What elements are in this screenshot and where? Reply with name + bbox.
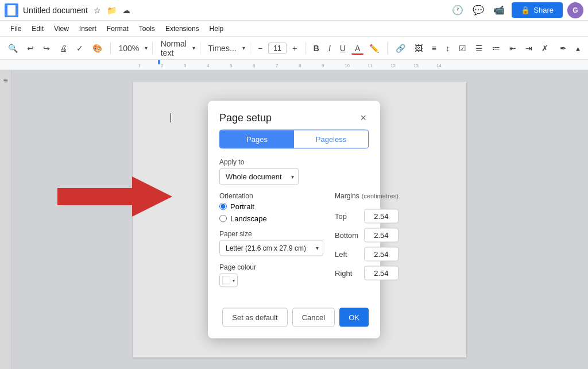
- font-arrow: ▾: [242, 45, 245, 51]
- margin-top-row: Top: [335, 209, 399, 224]
- menu-insert[interactable]: Insert: [75, 22, 101, 35]
- svg-text:11: 11: [368, 63, 373, 68]
- svg-text:5: 5: [230, 63, 233, 68]
- chat-icon[interactable]: 💬: [470, 2, 486, 18]
- menu-edit[interactable]: Edit: [27, 22, 48, 35]
- apply-to-label: Apply to: [219, 158, 369, 166]
- modal-two-columns: Orientation Portrait Landscape: [219, 192, 369, 294]
- history-icon[interactable]: 🕐: [450, 2, 466, 18]
- portrait-label: Portrait: [230, 202, 254, 211]
- landscape-radio-row[interactable]: Landscape: [219, 214, 323, 223]
- numbered-list-btn[interactable]: ≔: [489, 41, 504, 55]
- text-color-btn[interactable]: A: [351, 41, 363, 55]
- highlight-btn[interactable]: ✏️: [366, 41, 382, 55]
- svg-text:2: 2: [161, 63, 164, 68]
- menu-file[interactable]: File: [6, 22, 26, 35]
- modal-footer: Set as default Cancel OK: [208, 303, 380, 339]
- main-area: ≡ Page setup × Pages Pageless Apply to: [0, 70, 588, 369]
- search-toolbar-btn[interactable]: 🔍: [5, 41, 21, 55]
- svg-text:3: 3: [184, 63, 187, 68]
- margins-unit: (centimetres): [362, 193, 399, 199]
- svg-text:14: 14: [436, 63, 442, 68]
- landscape-label: Landscape: [230, 214, 267, 223]
- orientation-label: Orientation: [219, 192, 323, 200]
- menu-format[interactable]: Format: [102, 22, 133, 35]
- font-size-input[interactable]: 11: [268, 43, 287, 54]
- page-colour-label: Page colour: [219, 263, 323, 271]
- zoom-display[interactable]: 100%: [115, 41, 142, 55]
- underline-btn[interactable]: U: [336, 41, 349, 55]
- paper-size-select[interactable]: Letter (21.6 cm x 27.9 cm) A4 A3: [219, 240, 323, 256]
- tab-pages[interactable]: Pages: [220, 130, 294, 148]
- margin-left-input[interactable]: [364, 247, 399, 262]
- modal-left-col: Orientation Portrait Landscape: [219, 192, 323, 294]
- align-btn[interactable]: ≡: [428, 41, 440, 55]
- collapse-btn[interactable]: ▴: [572, 41, 583, 55]
- redo-btn[interactable]: ↪: [40, 41, 53, 55]
- paper-size-select-wrapper: Letter (21.6 cm x 27.9 cm) A4 A3 ▾: [219, 240, 323, 256]
- colour-swatch: [222, 276, 230, 285]
- font-size-decrease[interactable]: −: [254, 41, 266, 55]
- paint-format-btn[interactable]: 🎨: [89, 41, 106, 55]
- spellcheck-btn[interactable]: ✓: [73, 41, 87, 55]
- indent-decrease-btn[interactable]: ⇤: [506, 41, 520, 55]
- link-btn[interactable]: 🔗: [392, 41, 409, 55]
- page-colour-group: Page colour ▾: [219, 263, 323, 287]
- svg-text:10: 10: [345, 63, 350, 68]
- ok-button[interactable]: OK: [339, 308, 369, 327]
- pen-btn[interactable]: ✒: [556, 41, 570, 55]
- svg-text:9: 9: [322, 63, 324, 68]
- margins-header: Margins (centimetres): [335, 192, 399, 205]
- bold-btn[interactable]: B: [310, 41, 323, 55]
- indent-increase-btn[interactable]: ⇥: [522, 41, 536, 55]
- clear-format-btn[interactable]: ✗: [538, 41, 552, 55]
- margin-top-input[interactable]: [364, 209, 399, 224]
- modal-body: Apply to Whole document ▾ Orientation: [208, 158, 380, 303]
- menu-tools[interactable]: Tools: [134, 22, 160, 35]
- bullet-list-btn[interactable]: ☰: [472, 41, 486, 55]
- cloud-icon[interactable]: ☁: [121, 5, 131, 16]
- set-as-default-button[interactable]: Set as default: [222, 308, 288, 327]
- menu-view[interactable]: View: [49, 22, 74, 35]
- cancel-button[interactable]: Cancel: [292, 308, 335, 327]
- undo-btn[interactable]: ↩: [24, 41, 37, 55]
- share-button[interactable]: 🔒 Share: [512, 2, 563, 18]
- svg-rect-15: [158, 60, 160, 64]
- margin-bottom-input[interactable]: [364, 228, 399, 243]
- checklist-btn[interactable]: ☑: [455, 41, 470, 55]
- text-style-selector[interactable]: Normal text: [157, 37, 190, 60]
- font-selector[interactable]: Times...: [204, 41, 239, 55]
- apply-to-group: Apply to Whole document ▾: [219, 158, 369, 185]
- ruler-svg: 1 2 3 4 5 6 7 8 9 10 11 12 13 14: [0, 60, 588, 70]
- style-arrow: ▾: [192, 45, 195, 51]
- menu-help[interactable]: Help: [205, 22, 229, 35]
- portrait-radio[interactable]: [219, 203, 227, 210]
- margin-right-input[interactable]: [364, 266, 399, 280]
- zoom-arrow: ▾: [145, 45, 148, 51]
- modal-close-button[interactable]: ×: [358, 110, 369, 125]
- svg-text:6: 6: [253, 63, 256, 68]
- tab-pageless[interactable]: Pageless: [294, 130, 368, 148]
- margin-right-row: Right: [335, 266, 399, 280]
- modal-right-col: Margins (centimetres) Top Bottom Le: [335, 192, 399, 294]
- svg-text:12: 12: [390, 63, 396, 68]
- portrait-radio-row[interactable]: Portrait: [219, 202, 323, 211]
- image-btn[interactable]: 🖼: [411, 41, 426, 55]
- print-btn[interactable]: 🖨: [56, 41, 71, 55]
- avatar[interactable]: G: [567, 2, 583, 18]
- page-colour-button[interactable]: ▾: [219, 274, 238, 287]
- modal-tabs: Pages Pageless: [219, 130, 369, 149]
- top-bar: Untitled document ☆ 📁 ☁ 🕐 💬 📹 🔒 Share G: [0, 0, 588, 21]
- video-icon[interactable]: 📹: [491, 2, 507, 18]
- star-icon[interactable]: ☆: [92, 5, 102, 16]
- italic-btn[interactable]: I: [325, 41, 334, 55]
- folder-icon[interactable]: 📁: [106, 5, 118, 16]
- menu-extensions[interactable]: Extensions: [161, 22, 204, 35]
- margin-left-label: Left: [335, 250, 358, 259]
- modal-header: Page setup ×: [208, 101, 380, 130]
- svg-text:13: 13: [413, 63, 419, 68]
- apply-to-select[interactable]: Whole document: [219, 168, 299, 185]
- font-size-increase[interactable]: +: [289, 41, 300, 55]
- landscape-radio[interactable]: [219, 215, 227, 222]
- line-spacing-btn[interactable]: ↕: [442, 41, 453, 55]
